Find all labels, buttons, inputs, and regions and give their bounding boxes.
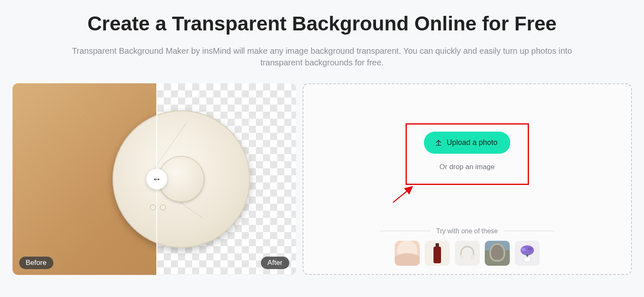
upload-photo-button[interactable]: Upload a photo bbox=[424, 132, 510, 154]
upload-icon bbox=[435, 139, 442, 146]
divider-line bbox=[504, 231, 554, 231]
after-badge: After bbox=[261, 257, 289, 269]
svg-point-6 bbox=[521, 248, 526, 251]
svg-point-7 bbox=[528, 247, 532, 250]
svg-line-0 bbox=[393, 187, 411, 202]
page-description: Transparent Background Maker by insMind … bbox=[72, 45, 572, 68]
page-title: Create a Transparent Background Online f… bbox=[88, 12, 557, 36]
sample-thumbnails-row bbox=[395, 241, 540, 266]
sample-thumb-woman[interactable] bbox=[395, 241, 420, 266]
demo-subject-vacuum bbox=[113, 110, 250, 248]
annotation-arrow-icon bbox=[391, 184, 416, 205]
svg-rect-3 bbox=[460, 255, 464, 260]
samples-label: Try with one of these bbox=[436, 227, 498, 235]
sample-thumb-flowers[interactable] bbox=[515, 241, 540, 266]
before-badge: Before bbox=[19, 257, 53, 269]
slider-handle[interactable]: ↔ bbox=[146, 169, 167, 190]
svg-rect-4 bbox=[471, 255, 474, 260]
drop-hint: Or drop an image bbox=[439, 163, 494, 171]
divider-line bbox=[380, 231, 431, 231]
upload-dropzone[interactable]: Upload a photo Or drop an image Try with… bbox=[303, 83, 632, 275]
sample-thumb-outdoor[interactable] bbox=[485, 241, 510, 266]
sample-thumb-headphones[interactable] bbox=[455, 241, 480, 266]
upload-button-label: Upload a photo bbox=[446, 138, 497, 147]
sample-thumb-bottle[interactable] bbox=[425, 241, 450, 266]
before-after-slider[interactable]: ↔ Before After bbox=[13, 83, 296, 275]
slider-handle-icon: ↔ bbox=[152, 174, 161, 185]
svg-rect-8 bbox=[524, 257, 531, 262]
